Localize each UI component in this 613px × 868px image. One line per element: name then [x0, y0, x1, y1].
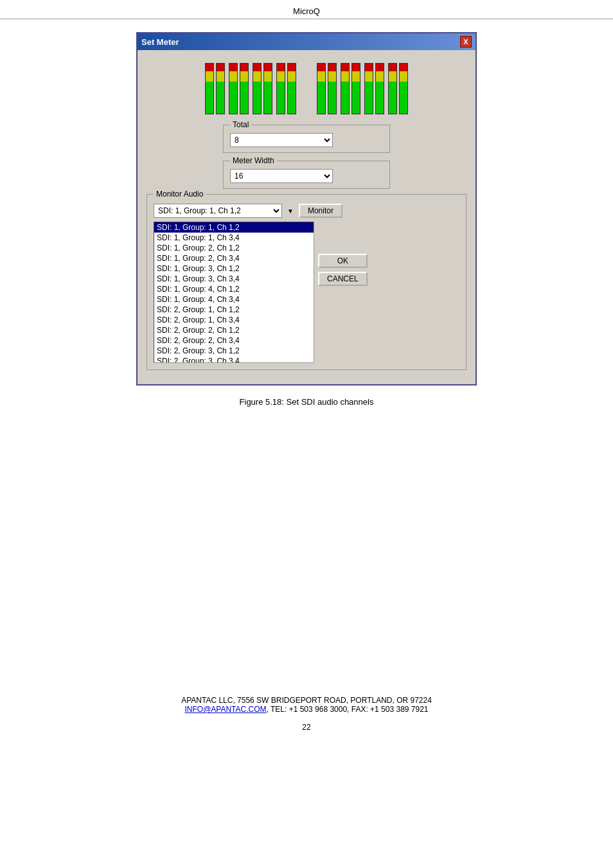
sdi-channel-listbox[interactable]: SDI: 1, Group: 1, Ch 1,2 SDI: 1, Group: … [154, 222, 314, 363]
list-item[interactable]: SDI: 1, Group: 3, Ch 1,2 [154, 263, 314, 274]
set-meter-dialog: Set Meter X [136, 32, 477, 385]
figure-caption: Figure 5.18: Set SDI audio channels [240, 397, 374, 407]
list-item[interactable]: SDI: 1, Group: 2, Ch 1,2 [154, 243, 314, 253]
cancel-button[interactable]: CANCEL [318, 272, 368, 286]
footer-email-link[interactable]: INFO@APANTAC.COM [184, 705, 266, 714]
meter-yellow-8b [400, 71, 407, 82]
list-item[interactable]: SDI: 1, Group: 3, Ch 3,4 [154, 274, 314, 284]
monitor-button[interactable]: Monitor [299, 204, 342, 218]
meters-area [147, 57, 466, 118]
meter-red-5b [328, 64, 336, 71]
meter-yellow-2a [229, 71, 237, 82]
list-item[interactable]: SDI: 2, Group: 1, Ch 1,2 [154, 305, 314, 315]
list-item[interactable]: SDI: 1, Group: 4, Ch 1,2 [154, 284, 314, 294]
dialog-body: Total 246810121416 Meter Width 812162024… [138, 50, 475, 384]
meter-bar-7b [375, 63, 384, 114]
list-item[interactable]: SDI: 1, Group: 1, Ch 3,4 [154, 233, 314, 243]
monitor-audio-section: Monitor Audio SDI: 1, Group: 1, Ch 1,2SD… [147, 194, 466, 370]
meter-green-5a [317, 82, 325, 114]
total-legend: Total [230, 120, 251, 129]
meter-yellow-7a [365, 71, 373, 82]
page-number: 22 [302, 723, 310, 732]
meter-width-select[interactable]: 81216202432 [230, 169, 333, 183]
ok-cancel-buttons: OK CANCEL [318, 222, 368, 363]
list-item[interactable]: SDI: 2, Group: 2, Ch 1,2 [154, 325, 314, 335]
meter-green-6b [352, 82, 360, 114]
meter-yellow-1b [217, 71, 224, 82]
meter-yellow-7b [376, 71, 384, 82]
footer-address-text: APANTAC LLC, 7556 SW BRIDGEPORT ROAD, PO… [181, 696, 432, 705]
meter-red-7b [376, 64, 384, 71]
meter-green-8b [400, 82, 407, 114]
meter-pair-1 [205, 63, 225, 114]
meter-bar-6a [341, 63, 350, 114]
meter-red-8a [389, 64, 396, 71]
list-item[interactable]: SDI: 1, Group: 1, Ch 1,2 [154, 222, 314, 233]
meter-red-2a [229, 64, 237, 71]
meter-bar-3b [263, 63, 272, 114]
meter-pair-6 [341, 63, 360, 114]
meter-bar-7a [364, 63, 373, 114]
meter-pair-4 [276, 63, 296, 114]
meter-red-2b [240, 64, 248, 71]
meter-red-5a [317, 64, 325, 71]
monitor-audio-row: SDI: 1, Group: 1, Ch 1,2SDI: 1, Group: 1… [154, 204, 459, 218]
listbox-container: SDI: 1, Group: 1, Ch 1,2 SDI: 1, Group: … [154, 222, 459, 363]
list-item[interactable]: SDI: 2, Group: 2, Ch 3,4 [154, 335, 314, 346]
meter-green-5b [328, 82, 336, 114]
meter-yellow-3a [253, 71, 261, 82]
meter-yellow-3b [264, 71, 272, 82]
dialog-titlebar: Set Meter X [138, 33, 475, 50]
meter-green-2a [229, 82, 237, 114]
meter-pair-2 [229, 63, 249, 114]
meter-red-3a [253, 64, 261, 71]
meter-green-7a [365, 82, 373, 114]
total-row: 246810121416 [230, 133, 383, 147]
meter-bar-6b [351, 63, 360, 114]
meter-green-7b [376, 82, 384, 114]
page-title: MicroQ [0, 0, 613, 19]
meter-width-legend: Meter Width [230, 156, 277, 165]
meter-yellow-4b [288, 71, 296, 82]
meter-red-4b [288, 64, 296, 71]
header-divider [0, 19, 613, 19]
list-item[interactable]: SDI: 2, Group: 3, Ch 3,4 [154, 356, 314, 363]
meter-yellow-8a [389, 71, 396, 82]
meter-yellow-1a [206, 71, 213, 82]
meter-red-8b [400, 64, 407, 71]
meter-bar-1a [205, 63, 214, 114]
meter-bar-3a [253, 63, 262, 114]
list-item[interactable]: SDI: 2, Group: 3, Ch 1,2 [154, 346, 314, 356]
meter-green-3a [253, 82, 261, 114]
meter-green-4a [277, 82, 285, 114]
meter-bar-5b [328, 63, 337, 114]
meter-green-4b [288, 82, 296, 114]
meter-bar-2b [240, 63, 249, 114]
meter-yellow-6b [352, 71, 360, 82]
meter-yellow-4a [277, 71, 285, 82]
meter-green-6a [341, 82, 349, 114]
list-item[interactable]: SDI: 1, Group: 2, Ch 3,4 [154, 253, 314, 263]
meter-yellow-5a [317, 71, 325, 82]
ok-button[interactable]: OK [318, 254, 368, 268]
meter-yellow-6a [341, 71, 349, 82]
footer-tel-fax: , TEL: +1 503 968 3000, FAX: +1 503 389 … [267, 705, 429, 714]
meter-red-1a [206, 64, 213, 71]
meter-pair-5 [317, 63, 337, 114]
meter-pair-7 [364, 63, 384, 114]
list-item[interactable]: SDI: 1, Group: 4, Ch 3,4 [154, 294, 314, 305]
meter-red-6a [341, 64, 349, 71]
meter-width-row: 81216202432 [230, 169, 383, 183]
meter-red-1b [217, 64, 224, 71]
meter-pair-3 [253, 63, 272, 114]
total-select[interactable]: 246810121416 [230, 133, 333, 147]
meter-green-2b [240, 82, 248, 114]
meter-red-6b [352, 64, 360, 71]
monitor-audio-legend: Monitor Audio [154, 190, 206, 199]
meter-bar-4b [287, 63, 296, 114]
list-item[interactable]: SDI: 2, Group: 1, Ch 3,4 [154, 315, 314, 325]
monitor-audio-select[interactable]: SDI: 1, Group: 1, Ch 1,2SDI: 1, Group: 1… [154, 204, 282, 218]
dialog-close-button[interactable]: X [460, 36, 472, 48]
meter-yellow-5b [328, 71, 336, 82]
meter-bar-2a [229, 63, 238, 114]
